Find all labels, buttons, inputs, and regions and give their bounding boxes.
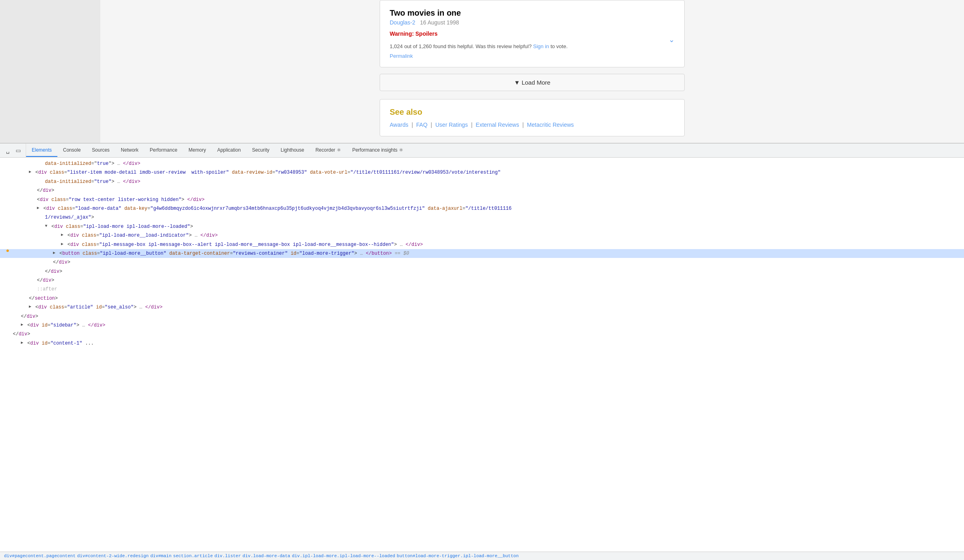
review-card: Two movies in one Douglas-2 16 August 19… (380, 0, 685, 67)
html-line: <div class="load-more-data" data-key="g4… (0, 204, 964, 213)
see-also-card: See also Awards | FAQ | User Ratings | E… (380, 99, 685, 136)
devtools-icon-group: ␣ ▭ (0, 144, 26, 157)
html-line: <div class="row text-center lister-worki… (0, 195, 964, 204)
breadcrumb-item[interactable]: div#content-2-wide.redesign (77, 554, 148, 558)
inspect-icon[interactable]: ␣ (4, 147, 11, 154)
html-line: <div class="ipl-load-more__load-indicato… (0, 231, 964, 240)
expand-arrow-icon[interactable] (53, 250, 59, 256)
html-line: 1/reviews/_ajax"> (0, 213, 964, 222)
html-line: <div class="lister-item mode-detail imdb… (0, 168, 964, 177)
review-author-link[interactable]: Douglas-2 (390, 19, 415, 26)
see-also-metacritic-reviews-link[interactable]: Metacritic Reviews (527, 122, 574, 128)
html-line: </section> (0, 294, 964, 303)
see-also-title: See also (390, 108, 675, 117)
permalink-link[interactable]: Permalink (390, 53, 413, 59)
load-more-button[interactable]: ▼ Load More (380, 74, 685, 91)
see-also-user-ratings-link[interactable]: User Ratings (435, 122, 468, 128)
separator-3: | (471, 122, 473, 128)
tab-recorder[interactable]: Recorder ⚛ (310, 144, 347, 157)
expand-arrow-icon[interactable] (37, 205, 43, 211)
review-title: Two movies in one (390, 8, 675, 18)
tab-console[interactable]: Console (57, 144, 86, 157)
tab-sources[interactable]: Sources (86, 144, 115, 157)
see-also-links: Awards | FAQ | User Ratings | External R… (390, 122, 675, 128)
html-line: <div class="ipl-message-box ipl-message-… (0, 240, 964, 249)
warning-spoiler: Warning: Spoilers (390, 30, 675, 37)
html-line: </div> (0, 312, 964, 321)
tab-performance[interactable]: Performance (144, 144, 183, 157)
separator-1: | (411, 122, 413, 128)
tab-security[interactable]: Security (246, 144, 275, 157)
review-meta: Douglas-2 16 August 1998 (390, 19, 675, 26)
expand-arrow-icon[interactable] (29, 168, 35, 175)
html-line: </div> (0, 258, 964, 267)
review-date: 16 August 1998 (420, 19, 459, 26)
chevron-down-icon[interactable]: ⌄ (669, 35, 675, 44)
tab-elements[interactable]: Elements (26, 144, 57, 157)
html-line-selected: <button class="ipl-load-more__button" da… (0, 249, 964, 258)
selection-indicator (6, 250, 9, 252)
see-also-faq-link[interactable]: FAQ (416, 122, 427, 128)
breadcrumb-item[interactable]: div#pagecontent.pagecontent (4, 554, 75, 558)
html-line: data-initialized="true"> … </div> (0, 159, 964, 168)
expand-arrow-icon[interactable] (45, 223, 51, 229)
expand-arrow-icon[interactable] (29, 303, 35, 310)
tab-application[interactable]: Application (212, 144, 246, 157)
html-line: </div> (0, 267, 964, 276)
devtools-panel: ␣ ▭ Elements Console Sources Network Per… (0, 143, 964, 560)
tab-performance-insights[interactable]: Performance insights ⚛ (347, 144, 409, 157)
html-line: <div class="article" id="see_also"> … </… (0, 303, 964, 312)
breadcrumb-item[interactable]: div.load-more-data (242, 554, 290, 558)
tab-lighthouse[interactable]: Lighthouse (275, 144, 310, 157)
helpful-text: 1,024 out of 1,260 found this helpful. W… (390, 43, 675, 49)
see-also-external-reviews-link[interactable]: External Reviews (476, 122, 519, 128)
device-icon[interactable]: ▭ (14, 147, 22, 154)
html-line: data-initialized="true"> … </div> (0, 177, 964, 186)
html-line: <div id="content-1" ... (0, 339, 964, 348)
breadcrumb-item[interactable]: div.ipl-load-more.ipl-load-more--loaded (292, 554, 395, 558)
expand-arrow-icon[interactable] (61, 231, 67, 238)
html-line: </div> (0, 186, 964, 195)
devtools-html-content[interactable]: data-initialized="true"> … </div> <div c… (0, 158, 964, 552)
expand-arrow-icon[interactable] (21, 339, 26, 346)
breadcrumb-item[interactable]: div.lister (214, 554, 241, 558)
sign-in-link[interactable]: Sign in (533, 43, 549, 49)
expand-arrow-icon[interactable] (21, 321, 26, 328)
separator-2: | (431, 122, 432, 128)
html-line: </div> (0, 276, 964, 285)
breadcrumb-item[interactable]: section.article (173, 554, 213, 558)
html-line: <div id="sidebar"> … </div> (0, 321, 964, 330)
tab-memory[interactable]: Memory (183, 144, 212, 157)
html-line-pseudo: ::after (0, 285, 964, 294)
html-line: <div class="ipl-load-more ipl-load-more-… (0, 222, 964, 231)
tab-network[interactable]: Network (115, 144, 144, 157)
devtools-tab-bar: ␣ ▭ Elements Console Sources Network Per… (0, 144, 964, 158)
devtools-breadcrumb: div#pagecontent.pagecontent div#content-… (0, 552, 964, 560)
breadcrumb-item[interactable]: button#load-more-trigger.ipl-load-more__… (397, 554, 519, 558)
breadcrumb-item[interactable]: div#main (150, 554, 171, 558)
separator-4: | (522, 122, 524, 128)
expand-arrow-icon[interactable] (61, 241, 67, 248)
see-also-awards-link[interactable]: Awards (390, 122, 408, 128)
html-line: </div> (0, 330, 964, 339)
permalink-container: Permalink (390, 53, 675, 59)
